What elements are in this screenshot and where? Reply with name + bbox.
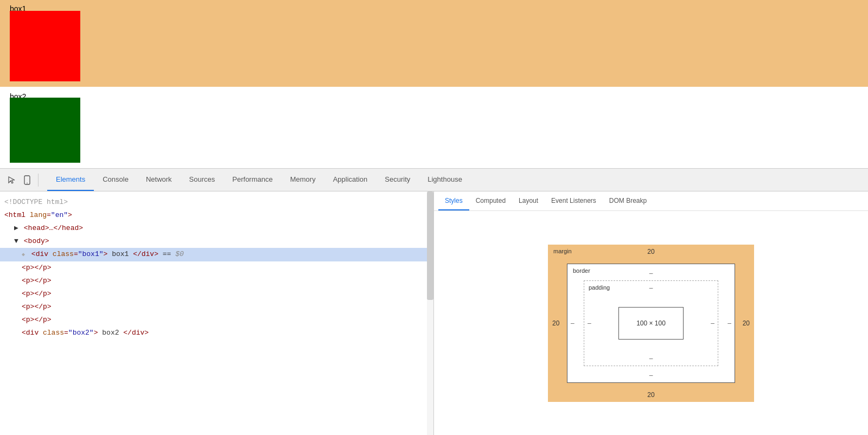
phone-icon	[23, 175, 31, 185]
border-bottom-value: –	[649, 372, 653, 379]
tab-elements[interactable]: Elements	[47, 169, 94, 191]
box2-green-box	[10, 98, 80, 163]
box-model-area: margin 20 20 20 20 border – – – –	[434, 211, 868, 435]
browser-preview: box1 box2	[0, 0, 868, 168]
padding-bottom-value: –	[649, 355, 653, 362]
content-box: 100 × 100	[618, 307, 684, 340]
dom-p3[interactable]: <p></p>	[0, 287, 433, 300]
devtools-tabs: Elements Console Network Sources Perform…	[47, 169, 471, 191]
dom-p4[interactable]: <p></p>	[0, 300, 433, 314]
devtools-toolbar: Elements Console Network Sources Perform…	[0, 169, 868, 191]
dom-p5[interactable]: <p></p>	[0, 314, 433, 327]
margin-left-value: 20	[552, 319, 559, 327]
box2-section: box2	[0, 87, 868, 168]
devtools-icons	[4, 172, 42, 188]
tab-lighthouse[interactable]: Lighthouse	[419, 169, 471, 191]
svg-point-1	[27, 182, 28, 183]
tab-performance[interactable]: Performance	[224, 169, 281, 191]
dom-head[interactable]: ▶ <head>…</head>	[0, 222, 433, 235]
dom-box1-div[interactable]: ◆ <div class="box1"> box1 </div> == $0	[0, 248, 433, 261]
padding-label: padding	[589, 284, 610, 291]
margin-label: margin	[553, 248, 572, 254]
cursor-icon	[7, 175, 17, 185]
scrollbar-thumb[interactable]	[427, 191, 433, 300]
dom-p2[interactable]: <p></p>	[0, 274, 433, 287]
styles-tab-computed[interactable]: Computed	[469, 191, 512, 210]
tab-memory[interactable]: Memory	[282, 169, 324, 191]
dom-doctype: <!DOCTYPE html>	[0, 196, 433, 209]
padding-right-value: –	[711, 319, 714, 327]
content-size: 100 × 100	[636, 319, 666, 327]
dom-body[interactable]: ▼ <body>	[0, 235, 433, 248]
margin-top-value: 20	[647, 248, 654, 255]
box-model: margin 20 20 20 20 border – – – –	[548, 245, 754, 402]
styles-tab-event-listeners[interactable]: Event Listeners	[545, 191, 603, 210]
devtools-content: <!DOCTYPE html> <html lang="en"> ▶ <head…	[0, 191, 868, 435]
dom-panel[interactable]: <!DOCTYPE html> <html lang="en"> ▶ <head…	[0, 191, 434, 435]
styles-tabs: Styles Computed Layout Event Listeners D…	[434, 191, 868, 211]
styles-panel: Styles Computed Layout Event Listeners D…	[434, 191, 868, 435]
margin-right-value: 20	[743, 319, 750, 327]
styles-tab-styles[interactable]: Styles	[438, 191, 469, 210]
border-left-value: –	[571, 319, 575, 327]
devtools-panel: Elements Console Network Sources Perform…	[0, 168, 868, 435]
element-picker-button[interactable]	[4, 172, 20, 188]
dom-p1[interactable]: <p></p>	[0, 261, 433, 274]
border-box: border – – – – padding – – – –	[567, 264, 735, 383]
device-toggle-button[interactable]	[20, 172, 35, 188]
tab-sources[interactable]: Sources	[181, 169, 224, 191]
border-top-value: –	[649, 270, 653, 277]
dom-html: <html lang="en">	[0, 209, 433, 222]
tab-security[interactable]: Security	[376, 169, 419, 191]
styles-tab-dom-breakpoints[interactable]: DOM Breakp	[603, 191, 653, 210]
toolbar-separator	[38, 174, 39, 187]
tab-network[interactable]: Network	[137, 169, 181, 191]
padding-left-value: –	[588, 319, 591, 327]
margin-bottom-value: 20	[647, 391, 654, 399]
box1-section: box1	[0, 0, 868, 87]
tab-application[interactable]: Application	[324, 169, 376, 191]
box1-red-box	[10, 11, 80, 81]
styles-tab-layout[interactable]: Layout	[512, 191, 545, 210]
scrollbar-track[interactable]	[427, 191, 433, 435]
tab-console[interactable]: Console	[94, 169, 137, 191]
dom-box2-div[interactable]: <div class="box2"> box2 </div>	[0, 327, 433, 340]
padding-box: padding – – – – 100 × 100	[584, 280, 718, 366]
padding-top-value: –	[649, 284, 653, 292]
border-label: border	[573, 267, 590, 274]
border-right-value: –	[727, 319, 731, 327]
